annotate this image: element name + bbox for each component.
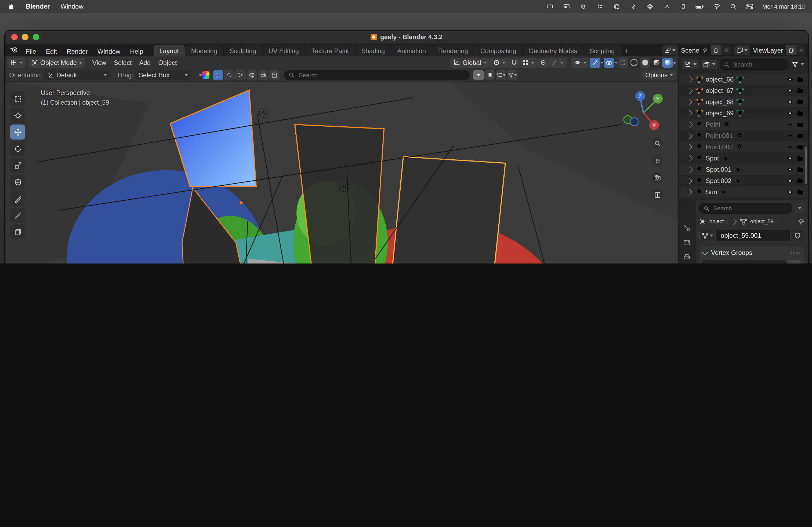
- menu-add[interactable]: Add: [135, 59, 155, 66]
- properties-search-input[interactable]: [712, 205, 752, 212]
- tab-uv-editing[interactable]: UV Editing: [263, 45, 305, 57]
- viewport-search[interactable]: [284, 70, 470, 80]
- spotlight-icon[interactable]: [729, 3, 738, 10]
- mesh-browse-button[interactable]: [699, 230, 716, 241]
- copy-settings-toggle[interactable]: [496, 70, 507, 80]
- tool-annotate[interactable]: [10, 191, 25, 206]
- zoom-window-button[interactable]: [33, 34, 39, 40]
- menu-select[interactable]: Select: [110, 59, 135, 66]
- tab-render[interactable]: [680, 236, 694, 249]
- outliner-filter-mode-button[interactable]: [701, 60, 717, 69]
- bookmark-toggle[interactable]: [485, 70, 495, 80]
- tab-output[interactable]: [680, 251, 694, 264]
- orientation-dropdown[interactable]: Default: [45, 70, 110, 80]
- tool-rotate[interactable]: [10, 141, 25, 156]
- navigation-gizmo[interactable]: Z Y X: [620, 88, 666, 134]
- mode-dropdown[interactable]: Object Mode: [28, 58, 85, 67]
- pin-icon[interactable]: [798, 218, 804, 225]
- shading-rendered-toggle[interactable]: [662, 58, 673, 67]
- grammarly-icon[interactable]: G: [579, 3, 588, 10]
- window-titlebar[interactable]: geely - Blender 4.3.2: [5, 31, 808, 44]
- render-visibility-icon[interactable]: [796, 98, 804, 105]
- menu-render[interactable]: Render: [62, 46, 93, 57]
- hide-eye-icon[interactable]: [786, 166, 794, 173]
- expand-icon[interactable]: [686, 166, 693, 172]
- outliner-filter-button[interactable]: [791, 60, 805, 69]
- select-circle-toggle[interactable]: [224, 70, 235, 80]
- control-center-icon[interactable]: [746, 3, 754, 10]
- menubar-window-menu[interactable]: Window: [60, 3, 83, 10]
- tab-layout[interactable]: Layout: [154, 45, 185, 57]
- shading-solid-toggle[interactable]: [640, 58, 650, 67]
- tab-sculpting[interactable]: Sculpting: [224, 45, 262, 57]
- shading-dropdown[interactable]: [673, 61, 676, 65]
- snap-toggle[interactable]: [509, 58, 519, 67]
- editor-type-button[interactable]: [7, 58, 26, 67]
- close-window-button[interactable]: [11, 34, 18, 40]
- tab-animation[interactable]: Animation: [391, 45, 432, 57]
- render-visibility-icon[interactable]: [796, 109, 804, 117]
- select-mode-1-toggle[interactable]: [247, 70, 258, 80]
- tool-add-primitive[interactable]: [10, 224, 25, 239]
- hidden-eye-icon[interactable]: [786, 120, 794, 128]
- tool-measure[interactable]: [10, 208, 25, 223]
- viewlayer-new-button[interactable]: [786, 45, 796, 55]
- proportional-editing-toggle[interactable]: [538, 58, 548, 67]
- camera-view-icon[interactable]: [651, 172, 663, 183]
- outliner-item-spot-001[interactable]: Spot.001: [679, 164, 808, 175]
- add-vertex-group-button[interactable]: +: [788, 260, 801, 264]
- outliner-item-point-002[interactable]: Point.002: [679, 141, 808, 152]
- tab-texture-paint[interactable]: Texture Paint: [305, 45, 355, 57]
- hidden-eye-icon[interactable]: [786, 132, 794, 139]
- bluetooth-icon[interactable]: [629, 3, 638, 10]
- snapping-dropdown[interactable]: [519, 58, 538, 67]
- vertex-groups-header[interactable]: Vertex Groups ⠿ ⠿: [703, 249, 801, 257]
- outliner-item-object-68[interactable]: object_68: [679, 96, 808, 107]
- menu-file[interactable]: File: [21, 46, 41, 57]
- menu-window[interactable]: Window: [93, 46, 125, 57]
- render-disabled-icon[interactable]: [796, 143, 804, 151]
- vertex-groups-list[interactable]: ⠿: [703, 260, 786, 264]
- battery-icon[interactable]: [696, 3, 704, 10]
- filter-toggle[interactable]: [507, 70, 518, 80]
- menu-help[interactable]: Help: [125, 46, 148, 57]
- expand-icon[interactable]: [686, 76, 693, 82]
- scene-browse-button[interactable]: [662, 45, 678, 55]
- keyboard-icon[interactable]: [546, 3, 554, 10]
- select-lasso-toggle[interactable]: [235, 70, 246, 80]
- render-visibility-icon[interactable]: [796, 154, 804, 162]
- hide-eye-icon[interactable]: [786, 188, 794, 196]
- hide-eye-icon[interactable]: [786, 98, 794, 105]
- select-mode-2-toggle[interactable]: [258, 70, 269, 80]
- render-disabled-icon[interactable]: [796, 120, 804, 128]
- scene-new-button[interactable]: [711, 45, 721, 55]
- stage-manager-icon[interactable]: [663, 3, 671, 10]
- scene-name-field[interactable]: Scene: [678, 45, 711, 55]
- viewlayer-name-field[interactable]: ViewLayer: [750, 45, 786, 55]
- breadcrumb-data[interactable]: object_59....: [750, 219, 780, 224]
- viewlayer-remove-button[interactable]: ✕: [796, 46, 806, 54]
- shortcuts-icon[interactable]: [646, 3, 654, 10]
- hide-eye-icon[interactable]: [786, 75, 794, 83]
- viewport-search-input[interactable]: [298, 71, 439, 79]
- add-workspace-button[interactable]: +: [621, 45, 632, 57]
- render-visibility-icon[interactable]: [796, 75, 804, 83]
- drag-dropdown[interactable]: Select Box: [135, 70, 191, 80]
- tab-rendering[interactable]: Rendering: [432, 45, 474, 57]
- tab-tool[interactable]: [680, 222, 694, 235]
- expand-icon[interactable]: [686, 178, 693, 184]
- hidden-eye-icon[interactable]: [786, 143, 794, 151]
- select-mode-3-toggle[interactable]: [269, 70, 280, 80]
- tab-shading[interactable]: Shading: [355, 45, 391, 57]
- expand-icon[interactable]: [686, 121, 693, 127]
- menubar-clock[interactable]: Mer 4 mar 18:10: [762, 3, 806, 10]
- menu-object[interactable]: Object: [155, 59, 180, 66]
- tool-cursor[interactable]: [10, 108, 25, 123]
- expand-icon[interactable]: [686, 88, 693, 94]
- outliner-search[interactable]: [720, 59, 788, 70]
- pan-hand-icon[interactable]: [651, 154, 663, 166]
- tool-select-box[interactable]: [10, 91, 25, 106]
- xray-toggle[interactable]: [618, 58, 628, 67]
- render-visibility-icon[interactable]: [796, 87, 804, 94]
- hide-eye-icon[interactable]: [786, 154, 794, 162]
